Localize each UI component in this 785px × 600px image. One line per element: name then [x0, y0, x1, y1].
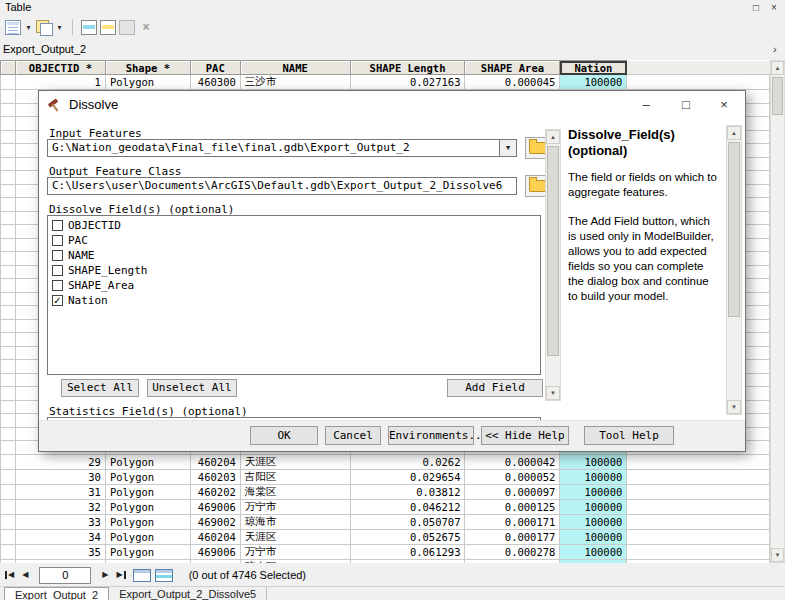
- cell[interactable]: 三沙市: [240, 75, 350, 90]
- help-scrollbar[interactable]: ▲ ▼: [726, 125, 742, 415]
- scroll-up-icon[interactable]: ▲: [546, 130, 560, 144]
- bottom-tab-export-output-2[interactable]: Export_Output_2: [4, 587, 109, 600]
- cell[interactable]: 29: [15, 454, 105, 469]
- cell[interactable]: 100000: [560, 559, 627, 563]
- row-selector[interactable]: [1, 225, 16, 239]
- row-selector[interactable]: [1, 130, 16, 144]
- record-number-input[interactable]: 0: [39, 567, 91, 584]
- scroll-down-icon[interactable]: ▼: [771, 548, 784, 562]
- table-options-icon[interactable]: [5, 20, 21, 35]
- cell[interactable]: 460203: [190, 469, 240, 484]
- tool-help-button[interactable]: Tool Help: [584, 426, 674, 445]
- cell[interactable]: 100000: [560, 529, 627, 544]
- scroll-down-icon[interactable]: ▼: [546, 386, 560, 400]
- switch-selection-icon[interactable]: [100, 20, 116, 35]
- cell[interactable]: 100000: [560, 499, 627, 514]
- row-selector[interactable]: [1, 373, 16, 387]
- row-selector[interactable]: [1, 279, 16, 293]
- row-selector[interactable]: [1, 171, 16, 185]
- cell[interactable]: 100000: [560, 75, 627, 90]
- row-selector[interactable]: [1, 157, 16, 171]
- row-selector[interactable]: [1, 306, 16, 320]
- tab-scroll-chevron-icon[interactable]: ›: [773, 43, 777, 55]
- previous-record-button[interactable]: ◀: [22, 570, 28, 580]
- checkbox-checked-icon[interactable]: ✓: [52, 295, 63, 306]
- row-selector[interactable]: [1, 319, 16, 333]
- row-selector[interactable]: [1, 117, 16, 131]
- cell[interactable]: 0.000125: [465, 499, 560, 514]
- cell[interactable]: 0.027163: [350, 75, 465, 90]
- checkbox-unchecked-icon[interactable]: [52, 220, 63, 231]
- show-selected-records-icon[interactable]: [155, 569, 173, 582]
- row-selector[interactable]: [1, 198, 16, 212]
- first-record-button[interactable]: ◀: [4, 570, 14, 580]
- cell[interactable]: 琼山区: [240, 559, 350, 563]
- field-item-nation[interactable]: ✓Nation: [48, 293, 540, 308]
- dialog-close-icon[interactable]: ×: [705, 91, 743, 119]
- cell[interactable]: 33: [15, 514, 105, 529]
- row-selector[interactable]: [1, 544, 16, 559]
- cell[interactable]: 0.029654: [350, 469, 465, 484]
- column-header-objectid[interactable]: OBJECTID *: [15, 61, 105, 75]
- cell[interactable]: 100000: [560, 484, 627, 499]
- cell[interactable]: 460204: [190, 454, 240, 469]
- cell[interactable]: 460107: [190, 559, 240, 563]
- row-selector[interactable]: [1, 499, 16, 514]
- cell[interactable]: 0.050707: [350, 514, 465, 529]
- cell[interactable]: 35: [15, 544, 105, 559]
- column-header-nation[interactable]: Nation: [560, 61, 627, 75]
- scrollbar-thumb[interactable]: [728, 142, 740, 317]
- cell[interactable]: 100000: [560, 544, 627, 559]
- row-selector[interactable]: [1, 484, 16, 499]
- cell[interactable]: 32: [15, 499, 105, 514]
- checkbox-unchecked-icon[interactable]: [52, 235, 63, 246]
- cell[interactable]: 0.03812: [350, 484, 465, 499]
- field-item-name[interactable]: NAME: [48, 248, 540, 263]
- scroll-down-icon[interactable]: ▼: [727, 400, 741, 414]
- cell[interactable]: 琼海市: [240, 514, 350, 529]
- cell[interactable]: 31: [15, 484, 105, 499]
- cell[interactable]: 0.000042: [465, 454, 560, 469]
- hide-help-button[interactable]: << Hide Help: [481, 426, 569, 445]
- row-selector[interactable]: [1, 75, 16, 90]
- row-selector[interactable]: [1, 346, 16, 360]
- dialog-minimize-icon[interactable]: –: [627, 91, 665, 119]
- row-selector[interactable]: [1, 238, 16, 252]
- cell[interactable]: 吉阳区: [240, 469, 350, 484]
- scroll-up-icon[interactable]: ▲: [727, 126, 741, 140]
- cell[interactable]: 100000: [560, 469, 627, 484]
- cell[interactable]: 460202: [190, 484, 240, 499]
- cell[interactable]: 1: [15, 75, 105, 90]
- column-header-shape[interactable]: Shape *: [105, 61, 190, 75]
- cell[interactable]: 0.052675: [350, 529, 465, 544]
- related-tables-icon[interactable]: [36, 20, 52, 35]
- row-selector[interactable]: [1, 144, 16, 158]
- add-field-button[interactable]: Add Field: [447, 379, 543, 397]
- combo-dropdown-icon[interactable]: ▼: [499, 140, 516, 156]
- cell[interactable]: 万宁市: [240, 499, 350, 514]
- field-item-objectid[interactable]: OBJECTID: [48, 218, 540, 233]
- cell[interactable]: 万宁市: [240, 544, 350, 559]
- cell[interactable]: 0.0009: [350, 559, 465, 563]
- field-item-shape-area[interactable]: SHAPE_Area: [48, 278, 540, 293]
- cell[interactable]: Polygon: [105, 529, 190, 544]
- checkbox-unchecked-icon[interactable]: [52, 265, 63, 276]
- ok-button[interactable]: OK: [250, 426, 318, 445]
- row-selector[interactable]: [1, 529, 16, 544]
- show-all-records-icon[interactable]: [133, 569, 151, 582]
- cell[interactable]: 460300: [190, 75, 240, 90]
- output-feature-class-field[interactable]: C:\Users\user\Documents\ArcGIS\Default.g…: [47, 177, 517, 195]
- cell[interactable]: 0.000052: [465, 469, 560, 484]
- unselect-all-button[interactable]: Unselect All: [147, 379, 237, 397]
- cell[interactable]: Polygon: [105, 469, 190, 484]
- next-record-button[interactable]: ▶: [102, 570, 108, 580]
- cell[interactable]: Polygon: [105, 559, 190, 563]
- cell[interactable]: 100000: [560, 454, 627, 469]
- highlight-selected-icon[interactable]: [81, 20, 97, 35]
- cell[interactable]: 天涯区: [240, 454, 350, 469]
- cell[interactable]: 0.0262: [350, 454, 465, 469]
- grid-vertical-scrollbar[interactable]: ▲ ▼: [770, 60, 785, 563]
- scroll-up-icon[interactable]: ▲: [771, 61, 784, 75]
- cell[interactable]: 0.000171: [465, 514, 560, 529]
- cell[interactable]: 30: [15, 469, 105, 484]
